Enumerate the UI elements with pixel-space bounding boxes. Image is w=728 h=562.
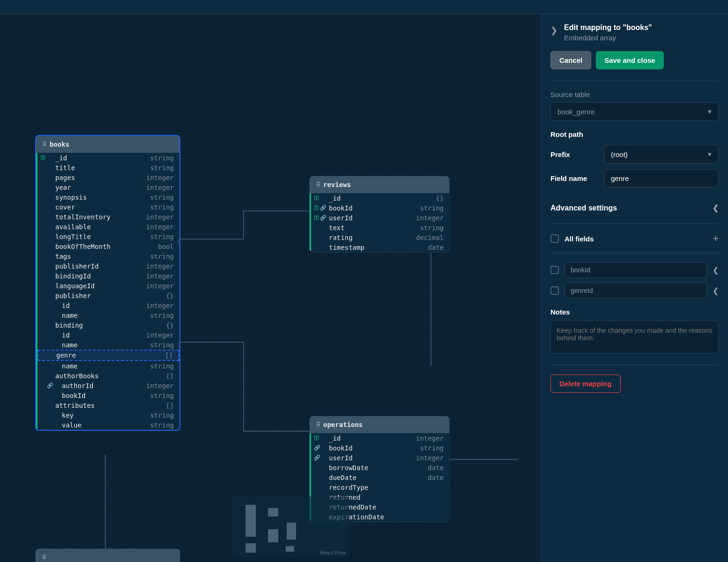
field-type: string — [420, 224, 444, 232]
save-button[interactable]: Save and close — [596, 51, 663, 69]
field-checkbox[interactable] — [550, 286, 559, 295]
all-fields-checkbox[interactable] — [550, 234, 559, 243]
entity-header-partial[interactable]: ⠿ — [36, 549, 180, 562]
field-id-input[interactable]: bookId — [565, 262, 707, 278]
advanced-settings-toggle[interactable]: Advanced settings ❮ — [550, 197, 719, 219]
field-row[interactable]: languageIdinteger — [37, 281, 179, 291]
cancel-button[interactable]: Cancel — [550, 51, 591, 69]
field-row[interactable]: idinteger — [37, 300, 179, 310]
field-type: integer — [416, 214, 444, 222]
field-row[interactable]: tagsstring — [37, 251, 179, 261]
field-type: integer — [146, 282, 174, 290]
field-row[interactable]: namestring — [37, 310, 179, 320]
delete-mapping-button[interactable]: Delete mapping — [550, 375, 621, 393]
field-row[interactable]: authorBooks[] — [37, 371, 179, 381]
field-name: attributes — [55, 402, 166, 409]
notes-textarea[interactable] — [550, 321, 719, 353]
field-row[interactable]: genre[] — [37, 350, 179, 361]
field-name: bookOfTheMonth — [55, 243, 158, 250]
field-type: string — [150, 421, 174, 429]
field-row[interactable]: borrowDatedate — [311, 463, 449, 472]
field-name: totalInventory — [55, 213, 146, 221]
source-table-select[interactable]: book_genre ▾ — [550, 102, 719, 121]
grip-icon: ⠿ — [43, 141, 46, 148]
field-row[interactable]: synopsisstring — [37, 192, 179, 202]
field-type: date — [428, 464, 444, 472]
connection-handle[interactable] — [178, 343, 180, 347]
field-row[interactable]: ⚿_id{} — [311, 193, 449, 203]
field-name: available — [55, 223, 146, 231]
field-row[interactable]: publisherIdinteger — [37, 261, 179, 271]
field-row[interactable]: bookIdstring — [37, 390, 179, 400]
top-bar — [0, 0, 728, 14]
field-row[interactable]: ratingdecimal — [311, 232, 449, 242]
field-row[interactable]: timestampdate — [311, 242, 449, 252]
field-row[interactable]: attributes[] — [37, 400, 179, 410]
field-row[interactable]: ⚿_idinteger — [311, 433, 449, 443]
field-type: string — [150, 154, 174, 162]
field-row[interactable]: 🔗userIdinteger — [311, 453, 449, 463]
chevron-right-icon[interactable]: ❯ — [550, 25, 557, 36]
entity-header-operations[interactable]: ⠿ operations — [310, 416, 449, 433]
prefix-label: Prefix — [550, 150, 597, 158]
field-row[interactable]: pagesinteger — [37, 172, 179, 182]
diagram-canvas[interactable]: ⠿ books ⚿_idstringtitlestringpagesintege… — [0, 14, 541, 562]
field-row[interactable]: coverstring — [37, 202, 179, 212]
field-row[interactable]: recordType — [311, 482, 449, 492]
minimap-attribution: React Flow — [320, 550, 346, 555]
field-row[interactable]: ⚿🔗bookIdstring — [311, 203, 449, 213]
prefix-select[interactable]: (root) ▾ — [604, 145, 719, 164]
field-row[interactable]: valuestring — [37, 420, 179, 430]
field-row[interactable]: ⚿_idstring — [37, 153, 179, 163]
field-name: value — [62, 421, 150, 429]
field-row[interactable]: yearinteger — [37, 182, 179, 192]
field-type: string — [150, 312, 174, 319]
field-id-input[interactable]: genreId — [565, 283, 707, 299]
entity-title — [49, 554, 53, 561]
field-name-input[interactable] — [604, 169, 719, 187]
field-type: string — [150, 341, 174, 349]
field-row[interactable]: namestring — [37, 361, 179, 371]
field-icons: 🔗 — [47, 382, 62, 389]
entity-header-books[interactable]: ⠿ books — [36, 136, 179, 153]
field-row[interactable]: publisher{} — [37, 291, 179, 300]
field-row[interactable]: 🔗bookIdstring — [311, 443, 449, 453]
field-row[interactable]: idinteger — [37, 330, 179, 340]
field-row[interactable]: namestring — [37, 340, 179, 350]
field-name: id — [62, 331, 146, 339]
plus-icon[interactable]: + — [713, 232, 719, 245]
chevron-left-icon[interactable]: ❮ — [713, 286, 719, 295]
field-row[interactable]: dueDatedate — [311, 472, 449, 482]
entity-partial-bottom[interactable]: ⠿ — [35, 548, 180, 562]
field-icons: 🔗 — [314, 445, 329, 451]
connection-handle[interactable] — [178, 240, 180, 244]
field-name: publisherId — [55, 262, 146, 270]
field-icons: ⚿🔗 — [314, 215, 329, 221]
field-row[interactable]: totalInventoryinteger — [37, 212, 179, 222]
field-checkbox[interactable] — [550, 266, 559, 274]
field-icons: ⚿ — [314, 435, 329, 441]
field-row[interactable]: keystring — [37, 410, 179, 420]
field-row[interactable]: titlestring — [37, 163, 179, 172]
field-type: string — [420, 204, 444, 212]
panel-subtitle: Embedded array — [564, 34, 652, 42]
entity-header-reviews[interactable]: ⠿ reviews — [310, 176, 449, 193]
key-icon: ⚿ — [314, 215, 319, 221]
field-row[interactable]: ⚿🔗userIdinteger — [311, 213, 449, 223]
minimap[interactable]: React Flow — [231, 496, 349, 557]
entity-reviews[interactable]: ⠿ reviews ⚿_id{}⚿🔗bookIdstring⚿🔗userIdin… — [309, 176, 450, 253]
entity-books[interactable]: ⠿ books ⚿_idstringtitlestringpagesintege… — [35, 135, 180, 431]
field-name: bookId — [329, 204, 420, 212]
field-row[interactable]: binding{} — [37, 320, 179, 330]
entity-title: operations — [323, 421, 363, 428]
key-icon: ⚿ — [314, 435, 319, 441]
field-name: _id — [329, 435, 416, 442]
chevron-left-icon[interactable]: ❮ — [713, 266, 719, 275]
field-row[interactable]: bindingIdinteger — [37, 271, 179, 281]
field-row[interactable]: 🔗authorIdinteger — [37, 381, 179, 390]
key-icon: ⚿ — [314, 195, 319, 201]
field-row[interactable]: bookOfTheMonthbool — [37, 241, 179, 251]
field-row[interactable]: textstring — [311, 223, 449, 232]
field-row[interactable]: availableinteger — [37, 222, 179, 232]
field-row[interactable]: longTitlestring — [37, 232, 179, 241]
